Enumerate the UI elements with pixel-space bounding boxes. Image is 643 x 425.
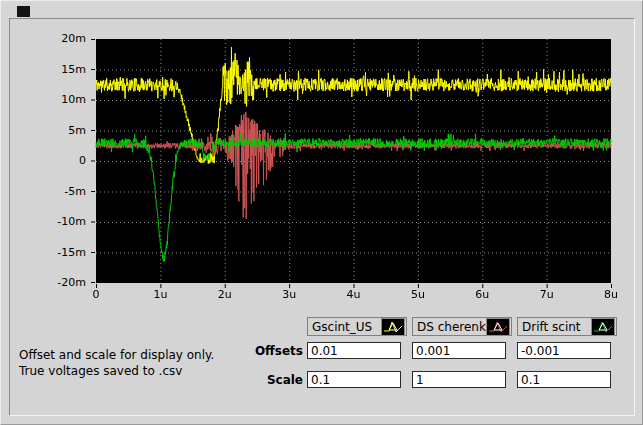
x-tick-label: 6u xyxy=(475,288,489,301)
window-corner-mark xyxy=(17,6,30,17)
offset-input-ds-cherenk[interactable] xyxy=(412,342,506,359)
x-tick-label: 5u xyxy=(411,288,425,301)
scale-input-gscint-us[interactable] xyxy=(307,371,401,388)
x-tick-label: 1u xyxy=(153,288,167,301)
legend-entry-ds-cherenk[interactable]: DS cherenk xyxy=(412,317,512,336)
legend-label: DS cherenk xyxy=(417,320,486,334)
display-note-line2: True voltages saved to .csv xyxy=(19,363,214,379)
legend-plot-icon[interactable] xyxy=(486,318,510,336)
y-tick-label: 10m xyxy=(61,93,86,106)
y-tick-label: -20m xyxy=(57,276,86,289)
legend-label: Gscint_US xyxy=(312,320,372,334)
y-tick-label: 15m xyxy=(61,63,86,76)
x-tick-label: 8u xyxy=(604,288,618,301)
legend-plot-icon[interactable] xyxy=(381,318,405,336)
legend-entry-drift-scint[interactable]: Drift scint xyxy=(517,317,617,336)
scale-input-drift-scint[interactable] xyxy=(517,371,611,388)
x-tick-label: 2u xyxy=(218,288,232,301)
x-tick-label: 3u xyxy=(282,288,296,301)
y-tick-label: 5m xyxy=(68,124,86,137)
y-tick-label: -5m xyxy=(64,185,86,198)
x-tick-label: 4u xyxy=(347,288,361,301)
x-tick-label: 7u xyxy=(540,288,554,301)
scale-row-label: Scale xyxy=(223,373,303,387)
y-tick-label: 20m xyxy=(61,32,86,45)
scale-input-ds-cherenk[interactable] xyxy=(412,371,506,388)
y-tick-label: 0 xyxy=(79,154,86,167)
legend-entry-gscint-us[interactable]: Gscint_US xyxy=(307,317,407,336)
display-note: Offset and scale for display only. True … xyxy=(19,347,214,379)
x-tick-label: 0 xyxy=(93,288,100,301)
offset-input-gscint-us[interactable] xyxy=(307,342,401,359)
legend-plot-icon[interactable] xyxy=(591,318,615,336)
waveform-graph[interactable] xyxy=(90,39,617,289)
front-panel: 20m15m10m5m0-5m-10m-15m-20m 01u2u3u4u5u6… xyxy=(0,0,643,425)
offset-input-drift-scint[interactable] xyxy=(517,342,611,359)
y-tick-label: -10m xyxy=(57,215,86,228)
offsets-row-label: Offsets xyxy=(223,344,303,358)
display-note-line1: Offset and scale for display only. xyxy=(19,347,214,363)
y-tick-label: -15m xyxy=(57,246,86,259)
legend-label: Drift scint xyxy=(522,320,581,334)
